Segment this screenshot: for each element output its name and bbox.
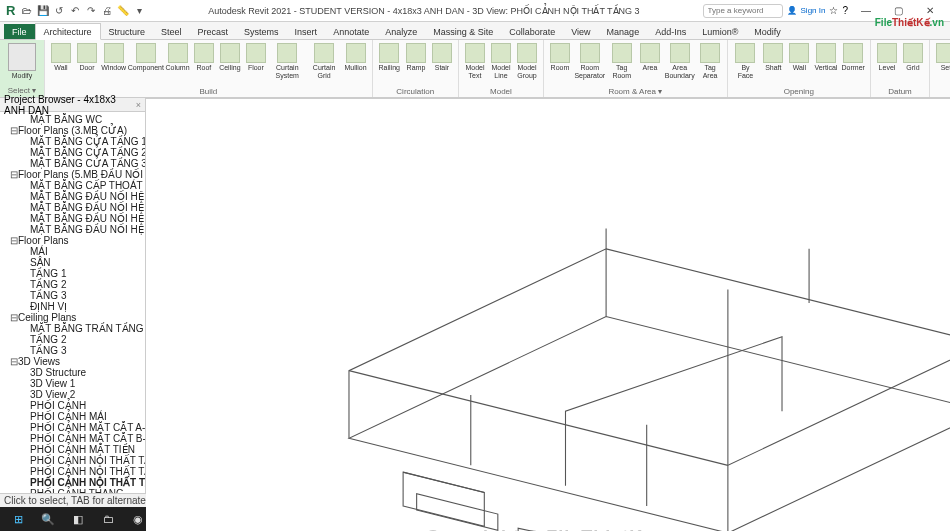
tree-node[interactable]: PHỐI CẢNH THANG <box>0 488 145 493</box>
shaft-button[interactable]: Shaft <box>761 42 785 73</box>
modeltext-button[interactable]: Model Text <box>463 42 487 81</box>
tree-node[interactable]: PHỐI CẢNH MẶT CẮT A-A <box>0 422 145 433</box>
room-button[interactable]: Room <box>548 42 572 73</box>
ribbon-tab-file[interactable]: File <box>4 24 35 39</box>
save-icon[interactable]: 💾 <box>37 5 49 17</box>
favorites-icon[interactable]: ☆ <box>829 5 838 16</box>
door-button[interactable]: Door <box>75 42 99 73</box>
roomseparator-button[interactable]: Room Separator <box>574 42 606 81</box>
stair-button[interactable]: Stair <box>430 42 454 73</box>
ribbon-tab-structure[interactable]: Structure <box>101 24 154 39</box>
measure-icon[interactable]: 📏 <box>117 5 129 17</box>
tree-node[interactable]: PHỐI CẢNH NỘI THẤT TẦNG 2 <box>0 466 145 477</box>
browser-close-icon[interactable]: × <box>136 100 141 110</box>
tree-node[interactable]: ⊟Floor Plans <box>0 235 145 246</box>
tree-node[interactable]: ⊟Floor Plans (3.MB CỬA) <box>0 125 145 136</box>
dormer-button[interactable]: Dormer <box>840 42 866 73</box>
tree-node[interactable]: PHỐI CẢNH MÁI <box>0 411 145 422</box>
tree-node[interactable]: 3D View 1 <box>0 378 145 389</box>
minimize-button[interactable]: — <box>852 2 880 20</box>
component-button[interactable]: Component <box>128 42 163 73</box>
tree-node[interactable]: ⊟Ceiling Plans <box>0 312 145 323</box>
open-icon[interactable]: 🗁 <box>21 5 33 17</box>
tree-node[interactable]: PHỐI CẢNH MẶT CẮT B-B <box>0 433 145 444</box>
set-button[interactable]: Set <box>934 42 950 73</box>
tree-node[interactable]: ⊟3D Views <box>0 356 145 367</box>
modelgroup-button[interactable]: Model Group <box>515 42 539 81</box>
browser-tree[interactable]: MẶT BẰNG WC⊟Floor Plans (3.MB CỬA)MẶT BẰ… <box>0 112 145 493</box>
help-icon[interactable]: ? <box>842 5 848 16</box>
redo-icon[interactable]: ↷ <box>85 5 97 17</box>
curtaingrid-button[interactable]: Curtain Grid <box>307 42 342 81</box>
grid-button[interactable]: Grid <box>901 42 925 73</box>
tree-node[interactable]: TẦNG 2 <box>0 334 145 345</box>
floor-button[interactable]: Floor <box>244 42 268 73</box>
print-icon[interactable]: 🖨 <box>101 5 113 17</box>
tree-node[interactable]: MÁI <box>0 246 145 257</box>
3d-canvas[interactable]: ◉ Copyright © FileThietKe.vn <box>146 99 950 531</box>
tree-node[interactable]: ⊟Floor Plans (5.MB ĐẦU NỐI ME) <box>0 169 145 180</box>
ribbon-tab-systems[interactable]: Systems <box>236 24 287 39</box>
roof-button[interactable]: Roof <box>192 42 216 73</box>
vertical-button[interactable]: Vertical <box>813 42 838 73</box>
curtainsystem-button[interactable]: Curtain System <box>270 42 305 81</box>
ribbon-tab-massingsite[interactable]: Massing & Site <box>425 24 501 39</box>
explorer-icon[interactable]: 🗀 <box>94 509 122 529</box>
ribbon-tab-steel[interactable]: Steel <box>153 24 190 39</box>
tree-node[interactable]: TẦNG 3 <box>0 345 145 356</box>
taskview-icon[interactable]: ◧ <box>64 509 92 529</box>
wall-button[interactable]: Wall <box>49 42 73 73</box>
help-search-input[interactable] <box>703 4 783 18</box>
tree-node[interactable]: 3D Structure <box>0 367 145 378</box>
mullion-button[interactable]: Mullion <box>344 42 368 73</box>
modify-button[interactable]: Modify <box>6 42 38 81</box>
undo-icon[interactable]: ↶ <box>69 5 81 17</box>
sync-icon[interactable]: ↺ <box>53 5 65 17</box>
byface-button[interactable]: By Face <box>732 42 760 81</box>
start-button[interactable]: ⊞ <box>4 509 32 529</box>
signin-label[interactable]: Sign In <box>801 6 826 15</box>
tree-node[interactable]: MẶT BẰNG CỬA TẦNG 1 <box>0 136 145 147</box>
tree-node[interactable]: MẶT BẰNG ĐẦU NỐI HỆ THỐNG THOÁ <box>0 202 145 213</box>
qat-more-icon[interactable]: ▾ <box>133 5 145 17</box>
tree-node[interactable]: MẶT BẰNG WC <box>0 114 145 125</box>
level-button[interactable]: Level <box>875 42 899 73</box>
tagarea-button[interactable]: Tag Area <box>698 42 723 81</box>
tree-node[interactable]: SÂN <box>0 257 145 268</box>
signin-icon[interactable]: 👤 <box>787 6 797 15</box>
tree-node[interactable]: TẦNG 2 <box>0 279 145 290</box>
ribbon-tab-precast[interactable]: Precast <box>190 24 237 39</box>
close-button[interactable]: ✕ <box>916 2 944 20</box>
ceiling-button[interactable]: Ceiling <box>218 42 242 73</box>
wall-button[interactable]: Wall <box>787 42 811 73</box>
column-button[interactable]: Column <box>165 42 190 73</box>
ribbon-tab-modify[interactable]: Modify <box>746 24 789 39</box>
window-button[interactable]: Window <box>101 42 126 73</box>
ribbon-tab-insert[interactable]: Insert <box>287 24 326 39</box>
tree-node[interactable]: MẶT BẰNG CỬA TẦNG 2 <box>0 147 145 158</box>
ribbon-tab-analyze[interactable]: Analyze <box>377 24 425 39</box>
search-taskbar-icon[interactable]: 🔍 <box>34 509 62 529</box>
ribbon-tab-collaborate[interactable]: Collaborate <box>501 24 563 39</box>
tagroom-button[interactable]: Tag Room <box>608 42 636 81</box>
tree-node[interactable]: 3D View 2 <box>0 389 145 400</box>
tree-node[interactable]: PHỐI CẢNH <box>0 400 145 411</box>
areaboundary-button[interactable]: Area Boundary <box>664 42 696 81</box>
tree-node[interactable]: ĐỊNH VỊ <box>0 301 145 312</box>
tree-node[interactable]: MẶT BẰNG CỬA TẦNG 3 <box>0 158 145 169</box>
ribbon-tab-architecture[interactable]: Architecture <box>35 23 101 40</box>
tree-node[interactable]: MẶT BẰNG CẤP THOÁT NƯỚC MÁI <box>0 180 145 191</box>
tree-node[interactable]: PHỐI CẢNH NỘI THẤT TẦNG 1 <box>0 455 145 466</box>
tree-node[interactable]: MẶT BẰNG ĐẦU NỐI HỆ THỐNG CẤP <box>0 191 145 202</box>
tree-node[interactable]: MẶT BẰNG TRẦN TẦNG 1 <box>0 323 145 334</box>
tree-node[interactable]: TẦNG 1 <box>0 268 145 279</box>
modelline-button[interactable]: Model Line <box>489 42 513 81</box>
tree-node[interactable]: MẶT BẰNG ĐẦU NỐI HỆ THỐNG THÔN <box>0 213 145 224</box>
ribbon-tab-view[interactable]: View <box>563 24 598 39</box>
tree-node[interactable]: PHỐI CẢNH MẶT TIỀN <box>0 444 145 455</box>
tree-node[interactable]: PHỐI CẢNH NỘI THẤT TẦNG 3 <box>0 477 145 488</box>
ramp-button[interactable]: Ramp <box>404 42 428 73</box>
ribbon-tab-addins[interactable]: Add-Ins <box>647 24 694 39</box>
area-button[interactable]: Area <box>638 42 662 73</box>
railing-button[interactable]: Railing <box>377 42 402 73</box>
